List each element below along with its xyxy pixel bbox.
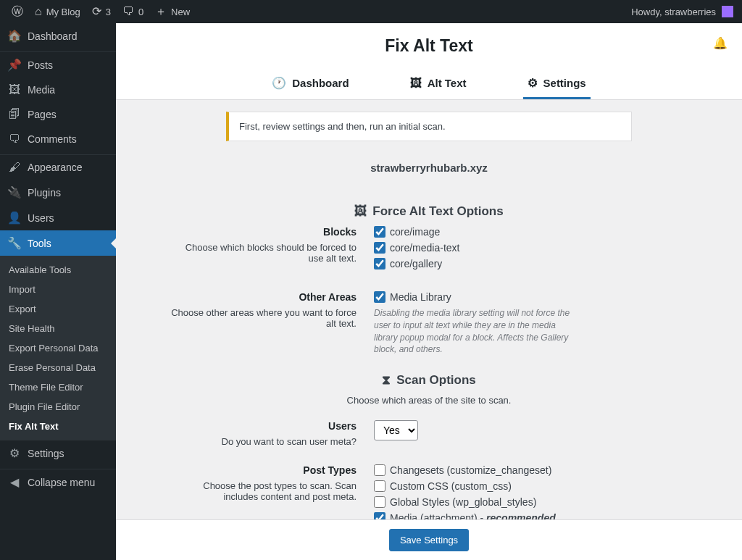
new-label: New <box>171 7 190 17</box>
menu-pages[interactable]: 🗐Pages <box>0 102 116 127</box>
home-icon: ⌂ <box>35 6 42 17</box>
users-desc: Do you want to scan user meta? <box>168 436 357 447</box>
menu-settings[interactable]: ⚙Settings <box>0 440 116 466</box>
plug-icon: 🔌 <box>7 185 22 199</box>
account-link[interactable]: Howdy, strawberries <box>631 6 736 17</box>
submenu-erase-pd[interactable]: Erase Personal Data <box>0 358 116 377</box>
pt-global-styles[interactable]: Global Styles (wp_global_styles) <box>374 496 690 508</box>
comment-icon: 🗨 <box>122 6 134 17</box>
page-icon: 🗐 <box>7 108 22 121</box>
bell-icon[interactable]: 🔔 <box>713 36 728 50</box>
other-areas-label: Other Areas <box>168 291 357 303</box>
block-core-media-text[interactable]: core/media-text <box>374 242 690 254</box>
collapse-menu[interactable]: ◀Collapse menu <box>0 469 116 495</box>
checkbox-core-image[interactable] <box>374 226 385 238</box>
checkbox-media-library[interactable] <box>374 291 385 303</box>
collapse-icon: ◀ <box>7 475 22 489</box>
menu-users[interactable]: 👤Users <box>0 205 116 230</box>
menu-plugins[interactable]: 🔌Plugins <box>0 180 116 205</box>
media-library-option[interactable]: Media Library <box>374 291 690 303</box>
tab-settings[interactable]: ⚙Settings <box>523 69 591 99</box>
block-core-image[interactable]: core/image <box>374 226 690 238</box>
checkbox-custom-css[interactable] <box>374 480 385 492</box>
post-types-label: Post Types <box>168 464 357 476</box>
media-library-hint: Disabling the media library setting will… <box>374 307 577 356</box>
wrench-icon: 🔧 <box>7 236 22 250</box>
page-title: Fix Alt Text <box>116 36 742 56</box>
submenu-import[interactable]: Import <box>0 280 116 299</box>
brush-icon: 🖌 <box>7 161 22 174</box>
submenu-fix-alt-text[interactable]: Fix Alt Text <box>0 417 116 436</box>
media-icon: 🖾 <box>7 83 22 96</box>
comment-icon: 🗨 <box>7 133 22 146</box>
force-heading: 🖼Force Alt Text Options <box>116 204 742 219</box>
submenu-available-tools[interactable]: Available Tools <box>0 260 116 280</box>
scan-sub: Choose which areas of the site to scan. <box>116 395 742 406</box>
dashboard-icon: 🏠 <box>7 29 22 43</box>
users-label: Users <box>168 420 357 432</box>
tab-dashboard[interactable]: 🕐Dashboard <box>267 69 353 99</box>
howdy-text: Howdy, strawberries <box>631 7 716 17</box>
user-icon: 👤 <box>7 211 22 225</box>
checkbox-core-media-text[interactable] <box>374 242 385 254</box>
new-link[interactable]: ＋New <box>149 0 196 23</box>
submenu-export-pd[interactable]: Export Personal Data <box>0 338 116 358</box>
image-icon: 🖼 <box>410 77 422 90</box>
refresh-icon: ⟳ <box>92 6 101 17</box>
users-select[interactable]: Yes <box>374 420 418 440</box>
wp-logo[interactable]: ⓦ <box>6 0 29 23</box>
menu-posts[interactable]: 📌Posts <box>0 52 116 78</box>
image-icon: 🖼 <box>354 204 367 219</box>
blocks-desc: Choose which blocks should be forced to … <box>168 242 357 264</box>
menu-tools[interactable]: 🔧Tools <box>0 230 116 256</box>
other-areas-desc: Choose other areas where you want to for… <box>168 307 357 329</box>
updates-count: 3 <box>106 7 111 17</box>
block-core-gallery[interactable]: core/gallery <box>374 258 690 269</box>
menu-dashboard[interactable]: 🏠Dashboard <box>0 23 116 49</box>
blocks-label: Blocks <box>168 226 357 238</box>
site-name: My Blog <box>46 7 80 17</box>
plus-icon: ＋ <box>155 6 167 17</box>
menu-comments[interactable]: 🗨Comments <box>0 127 116 151</box>
scan-heading: ⧗Scan Options <box>116 373 742 388</box>
submenu-plugin-editor[interactable]: Plugin File Editor <box>0 397 116 417</box>
submenu-theme-editor[interactable]: Theme File Editor <box>0 377 116 397</box>
sliders-icon: ⚙ <box>7 446 22 460</box>
comments-count: 0 <box>138 7 143 17</box>
pin-icon: 📌 <box>7 58 22 72</box>
avatar <box>722 6 733 17</box>
menu-appearance[interactable]: 🖌Appearance <box>0 155 116 180</box>
checkbox-core-gallery[interactable] <box>374 258 385 269</box>
pt-changesets[interactable]: Changesets (customize_changeset) <box>374 464 690 476</box>
submenu-export[interactable]: Export <box>0 299 116 319</box>
gauge-icon: 🕐 <box>272 76 286 90</box>
site-link[interactable]: ⌂My Blog <box>29 0 86 23</box>
menu-media[interactable]: 🖾Media <box>0 78 116 102</box>
submenu-site-health[interactable]: Site Health <box>0 319 116 338</box>
hourglass-icon: ⧗ <box>382 373 391 388</box>
updates-link[interactable]: ⟳3 <box>86 0 117 23</box>
checkbox-changesets[interactable] <box>374 464 385 476</box>
pt-custom-css[interactable]: Custom CSS (custom_css) <box>374 480 690 492</box>
site-domain: strawberryrhubarb.xyz <box>116 162 742 174</box>
save-button[interactable]: Save Settings <box>389 529 469 551</box>
settings-icon: ⚙ <box>528 76 538 90</box>
notice-banner: First, review settings and then, run an … <box>226 112 632 141</box>
checkbox-global-styles[interactable] <box>374 496 385 508</box>
wordpress-icon: ⓦ <box>12 6 23 17</box>
tab-alt-text[interactable]: 🖼Alt Text <box>406 69 471 99</box>
comments-link[interactable]: 🗨0 <box>117 0 149 23</box>
post-types-desc: Choose the post types to scan. Scan incl… <box>168 480 357 502</box>
